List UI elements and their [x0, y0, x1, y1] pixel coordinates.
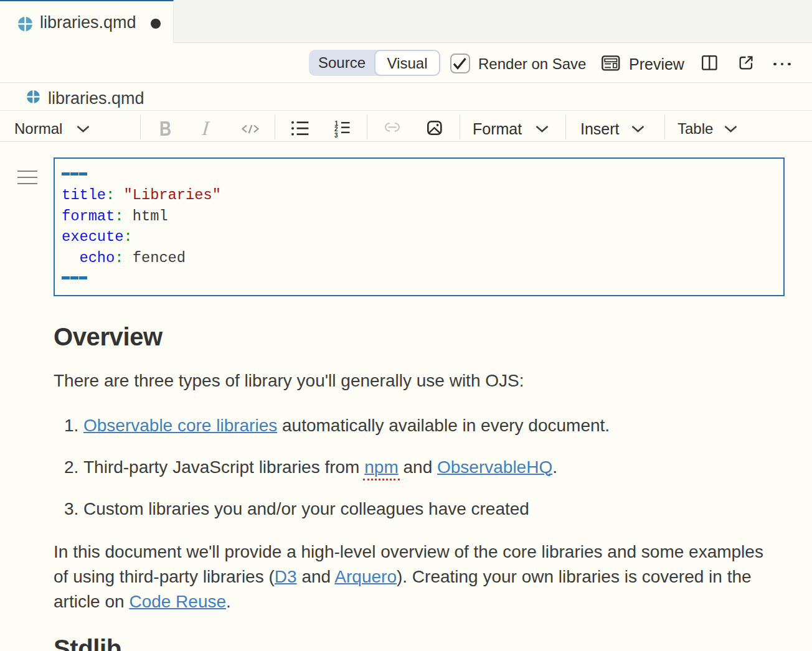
svg-text:2: 2 — [334, 126, 338, 133]
svg-text:3: 3 — [334, 132, 338, 139]
